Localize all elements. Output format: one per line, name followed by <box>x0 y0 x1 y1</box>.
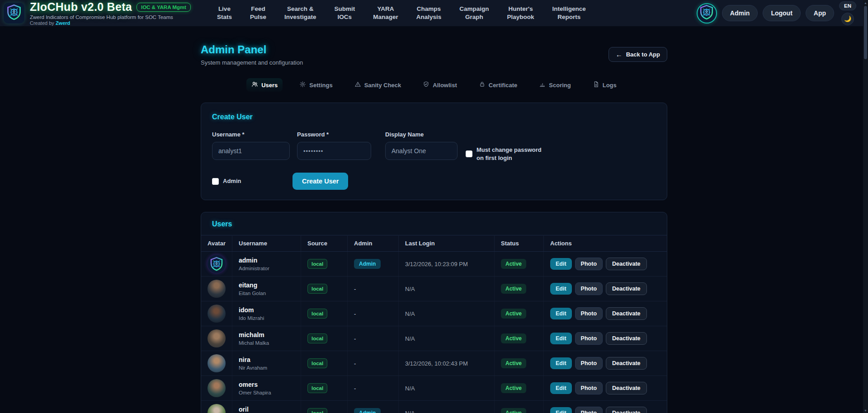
photo-button[interactable]: Photo <box>575 357 603 370</box>
password-input[interactable] <box>297 142 371 160</box>
users-table-head: Avatar Username Source Admin Last Login … <box>201 235 667 252</box>
last-login-text: 3/12/2026, 10:23:09 PM <box>405 261 468 268</box>
edit-button[interactable]: Edit <box>550 258 572 270</box>
username-text: idom <box>239 306 294 314</box>
photo-button[interactable]: Photo <box>575 258 603 270</box>
deactivate-button[interactable]: Deactivate <box>606 258 647 270</box>
admin-content: Admin Panel System management and config… <box>201 26 667 413</box>
back-to-app-button[interactable]: ← Back to App <box>609 47 667 62</box>
nav-label: Hunter's <box>508 5 533 12</box>
nav-label: YARA <box>377 5 394 12</box>
theme-toggle[interactable]: 🌙 <box>841 13 854 25</box>
display-name-text: Omer Shapira <box>239 390 294 395</box>
source-badge: local <box>307 333 327 343</box>
nav-item-intelligence-reports[interactable]: IntelligenceReports <box>552 5 586 21</box>
source-badge: local <box>307 408 327 413</box>
column-header-username: Username <box>232 235 301 252</box>
nav-item-search-investigate[interactable]: Search &Investigate <box>284 5 316 21</box>
nav-item-hunters-playbook[interactable]: Hunter'sPlaybook <box>507 5 534 21</box>
edit-button[interactable]: Edit <box>550 333 572 344</box>
create-user-heading: Create User <box>212 113 656 121</box>
nav-item-yara-manager[interactable]: YARAManager <box>373 5 398 21</box>
admin-button[interactable]: Admin <box>722 5 758 21</box>
display-name-text: Michal Malka <box>239 340 294 346</box>
edit-button[interactable]: Edit <box>550 357 572 369</box>
display-name-label: Display Name <box>385 131 458 138</box>
photo-button[interactable]: Photo <box>575 382 603 394</box>
nav-label: Playbook <box>507 14 534 20</box>
create-user-button[interactable]: Create User <box>292 173 348 190</box>
nav-item-champs-analysis[interactable]: ChampsAnalysis <box>416 5 442 21</box>
last-login-text: N/A <box>405 410 415 413</box>
deactivate-button[interactable]: Deactivate <box>606 382 647 394</box>
user-avatar <box>208 354 226 372</box>
tab-users[interactable]: Users <box>246 78 283 92</box>
photo-button[interactable]: Photo <box>575 307 603 320</box>
tab-allowlist[interactable]: Allowlist <box>418 78 462 92</box>
admin-dash: - <box>354 385 356 392</box>
tab-certificate[interactable]: Certificate <box>474 78 523 92</box>
username-text: nira <box>239 356 294 363</box>
deactivate-button[interactable]: Deactivate <box>606 282 647 295</box>
nav-item-campaign-graph[interactable]: CampaignGraph <box>459 5 489 21</box>
photo-button[interactable]: Photo <box>575 407 603 413</box>
last-login-text: N/A <box>405 286 415 292</box>
page-scrollbar[interactable]: ▲ ▼ <box>863 0 868 413</box>
must-change-password-checkbox[interactable] <box>466 150 472 157</box>
username-label: Username * <box>212 131 290 138</box>
source-badge: local <box>307 259 327 269</box>
tab-sanity-check[interactable]: Sanity Check <box>349 78 406 92</box>
display-name-input[interactable] <box>385 142 458 160</box>
admin-dash: - <box>354 286 356 292</box>
photo-button[interactable]: Photo <box>575 282 603 295</box>
deactivate-button[interactable]: Deactivate <box>606 307 647 320</box>
column-header-admin: Admin <box>348 235 399 252</box>
status-badge: Active <box>501 408 526 413</box>
username-text: michalm <box>239 331 294 338</box>
nav-label: Stats <box>217 14 232 20</box>
users-table: Avatar Username Source Admin Last Login … <box>201 235 667 413</box>
logout-button[interactable]: Logout <box>763 5 800 21</box>
language-toggle[interactable]: EN <box>839 1 856 10</box>
deactivate-button[interactable]: Deactivate <box>606 357 647 370</box>
deactivate-button[interactable]: Deactivate <box>606 407 647 413</box>
tab-label: Allowlist <box>433 82 457 89</box>
moon-icon: 🌙 <box>844 15 851 22</box>
display-name-text: Nir Avraham <box>239 365 294 371</box>
create-user-actions-row: Admin Create User <box>212 173 656 190</box>
tab-label: Sanity Check <box>364 82 401 89</box>
zwerd-link[interactable]: Zwerd <box>56 20 70 26</box>
deactivate-button[interactable]: Deactivate <box>606 332 647 345</box>
username-field-group: Username * <box>212 131 290 160</box>
edit-button[interactable]: Edit <box>550 308 572 319</box>
username-input[interactable] <box>212 142 290 160</box>
source-badge: local <box>307 284 327 294</box>
user-avatar <box>208 379 226 397</box>
user-avatar[interactable] <box>697 3 717 23</box>
tab-scoring[interactable]: Scoring <box>534 78 576 92</box>
username-text: oril <box>239 406 294 413</box>
display-name-field-group: Display Name <box>385 131 458 160</box>
app-button[interactable]: App <box>806 5 834 21</box>
nav-item-live-stats[interactable]: LiveStats <box>217 5 232 21</box>
nav-item-feed-pulse[interactable]: FeedPulse <box>250 5 266 21</box>
photo-button[interactable]: Photo <box>575 332 603 345</box>
password-field-group: Password * <box>297 131 371 160</box>
column-header-status: Status <box>495 235 544 252</box>
edit-button[interactable]: Edit <box>550 407 572 413</box>
nav-item-submit-iocs[interactable]: SubmitIOCs <box>334 5 355 21</box>
scrollbar-thumb[interactable] <box>864 6 867 59</box>
edit-button[interactable]: Edit <box>550 283 572 295</box>
scroll-up-icon[interactable]: ▲ <box>863 0 868 5</box>
users-card-header: Users <box>201 212 667 235</box>
edit-button[interactable]: Edit <box>550 382 572 394</box>
admin-checkbox[interactable] <box>212 178 219 185</box>
user-avatar <box>208 305 226 323</box>
page-subtitle: System management and configuration <box>201 59 667 66</box>
tab-logs[interactable]: Logs <box>588 78 622 92</box>
status-badge: Active <box>501 284 526 294</box>
tab-settings[interactable]: Settings <box>294 78 337 92</box>
admin-badge: Admin <box>354 259 381 269</box>
scroll-down-icon[interactable]: ▼ <box>863 408 868 413</box>
admin-tabs: Users Settings Sanity Check Allowlist Ce… <box>201 78 667 92</box>
